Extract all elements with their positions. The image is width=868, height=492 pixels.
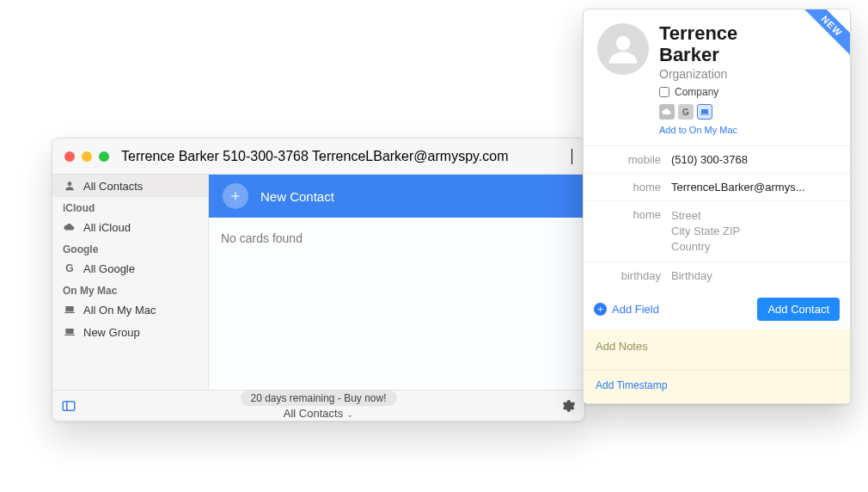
field-value[interactable]: Birthday — [671, 269, 840, 282]
bottom-bar: 20 days remaining - Buy now! All Contact… — [52, 390, 584, 421]
field-label: home — [594, 208, 671, 255]
contact-card: Terrence Barker Organization Company G A… — [583, 9, 851, 404]
field-value[interactable]: (510) 300-3768 — [671, 153, 840, 166]
svg-rect-3 — [65, 329, 73, 334]
content-area: New Contact No cards found — [209, 175, 584, 390]
sidebar-group-google: Google — [52, 238, 208, 257]
trial-badge[interactable]: 20 days remaining - Buy now! — [240, 391, 396, 406]
titlebar: Terrence Barker 510-300-3768 TerrenceLBa… — [52, 138, 584, 175]
sidebar-item-label: All Contacts — [83, 180, 143, 193]
sidebar-item-label: All iCloud — [83, 221, 131, 234]
close-icon[interactable] — [64, 151, 75, 162]
notes-field[interactable]: Add Notes — [584, 329, 850, 370]
svg-rect-2 — [64, 312, 75, 313]
contact-first-name[interactable]: Terrence — [659, 23, 836, 43]
plus-circle-icon — [594, 303, 607, 316]
traffic-lights — [64, 151, 109, 162]
sidebar: All Contacts iCloud All iCloud Google G … — [52, 175, 209, 390]
icloud-account-icon[interactable] — [659, 104, 675, 120]
svg-rect-9 — [700, 114, 709, 115]
sidebar-item-label: All Google — [83, 262, 135, 275]
google-icon: G — [63, 261, 76, 275]
add-to-account-link[interactable]: Add to On My Mac — [659, 125, 836, 135]
svg-rect-4 — [64, 335, 75, 335]
field-birthday[interactable]: birthday Birthday — [584, 262, 850, 289]
sidebar-group-icloud: iCloud — [52, 197, 208, 216]
svg-point-0 — [68, 181, 72, 186]
avatar[interactable] — [597, 23, 649, 75]
company-label: Company — [675, 86, 718, 98]
search-input[interactable]: Terrence Barker 510-300-3768 TerrenceLBa… — [121, 149, 571, 164]
add-contact-button[interactable]: Add Contact — [757, 298, 840, 321]
onmymac-account-icon[interactable] — [697, 104, 712, 120]
sidebar-item-new-group[interactable]: New Group — [52, 321, 208, 343]
add-timestamp-link[interactable]: Add Timestamp — [584, 370, 850, 403]
svg-rect-8 — [701, 109, 708, 114]
contact-last-name[interactable]: Barker — [659, 45, 836, 65]
svg-rect-1 — [65, 306, 73, 311]
field-label: home — [594, 181, 671, 194]
no-cards-text: No cards found — [209, 218, 584, 259]
mac-icon — [63, 325, 76, 339]
cloud-icon — [63, 220, 76, 234]
company-checkbox-row[interactable]: Company — [659, 86, 836, 98]
minimize-icon[interactable] — [82, 151, 92, 162]
field-value[interactable]: Street City State ZIP Country — [671, 208, 840, 255]
gear-icon[interactable] — [560, 398, 576, 414]
filter-label: All Contacts — [284, 407, 343, 420]
new-contact-label: New Contact — [260, 189, 334, 204]
sidebar-item-all-icloud[interactable]: All iCloud — [52, 216, 208, 238]
field-email[interactable]: home TerrenceLBarker@armys... — [584, 174, 850, 201]
field-address[interactable]: home Street City State ZIP Country — [584, 201, 850, 262]
sidebar-item-all-onmymac[interactable]: All On My Mac — [52, 298, 208, 321]
zoom-icon[interactable] — [99, 151, 109, 162]
sidebar-item-all-google[interactable]: G All Google — [52, 257, 208, 280]
new-contact-bar[interactable]: New Contact — [209, 175, 584, 218]
plus-icon — [223, 183, 248, 209]
organization-field[interactable]: Organization — [659, 67, 836, 81]
add-field-button[interactable]: Add Field — [594, 303, 659, 316]
svg-rect-5 — [63, 401, 75, 410]
sidebar-group-onmymac: On My Mac — [52, 280, 208, 298]
sidebar-item-all-contacts[interactable]: All Contacts — [52, 175, 208, 197]
contacts-window: Terrence Barker 510-300-3768 TerrenceLBa… — [52, 138, 585, 421]
field-value[interactable]: TerrenceLBarker@armys... — [671, 181, 840, 194]
panel-toggle-icon[interactable] — [61, 398, 76, 414]
svg-point-7 — [616, 36, 631, 51]
popover-pointer — [583, 195, 584, 211]
sidebar-item-label: New Group — [83, 326, 140, 339]
sidebar-item-label: All On My Mac — [83, 304, 156, 317]
mac-icon — [63, 303, 76, 317]
field-mobile[interactable]: mobile (510) 300-3768 — [584, 146, 850, 174]
text-caret — [572, 149, 572, 164]
add-field-label: Add Field — [612, 303, 659, 316]
chevron-down-icon: ⌄ — [346, 409, 353, 419]
field-label: mobile — [594, 153, 671, 166]
people-icon — [63, 179, 76, 193]
filter-dropdown[interactable]: All Contacts⌄ — [284, 407, 353, 420]
google-account-icon[interactable]: G — [678, 104, 694, 120]
company-checkbox[interactable] — [659, 87, 669, 97]
field-label: birthday — [594, 269, 671, 282]
